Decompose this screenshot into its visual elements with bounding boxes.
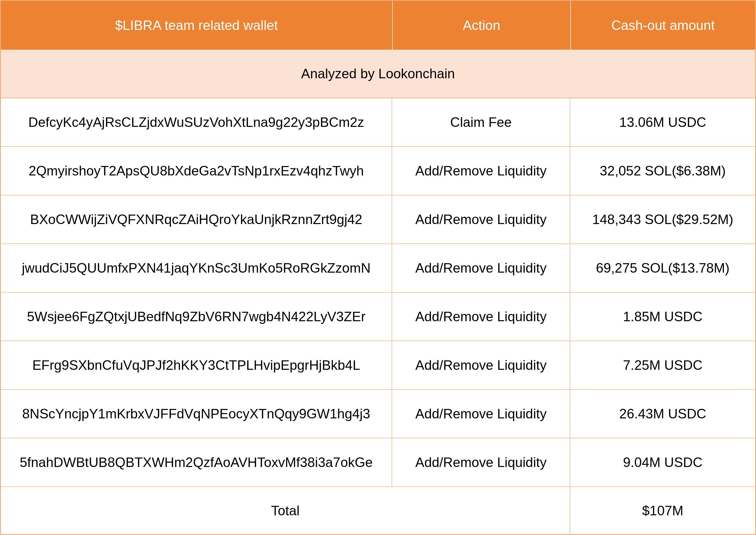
col-header-amount: Cash-out amount bbox=[570, 1, 755, 50]
action-cell: Add/Remove Liquidity bbox=[392, 195, 570, 244]
table-row: DefcyKc4yAjRsCLZjdxWuSUzVohXtLna9g22y3pB… bbox=[1, 98, 755, 147]
wallet-address-cell: 8NScYncjpY1mKrbxVJFFdVqNPEocyXTnQqy9GW1h… bbox=[1, 390, 392, 438]
amount-cell: 69,275 SOL($13.78M) bbox=[570, 244, 755, 293]
analyzed-by-banner: Analyzed by Lookonchain bbox=[1, 50, 755, 98]
table-row: 5fnahDWBtUB8QBTXWHm2QzfAoAVHToxvMf38i3a7… bbox=[1, 438, 755, 487]
wallet-address-cell: 5Wsjee6FgZQtxjUBedfNq9ZbV6RN7wgb4N422LyV… bbox=[1, 293, 392, 341]
table-header-row: $LIBRA team related wallet Action Cash-o… bbox=[1, 1, 755, 50]
wallet-address-cell: EFrg9SXbnCfuVqJPJf2hKKY3CtTPLHvipEpgrHjB… bbox=[1, 341, 392, 390]
wallet-address-cell: DefcyKc4yAjRsCLZjdxWuSUzVohXtLna9g22y3pB… bbox=[1, 98, 392, 147]
table-row: jwudCiJ5QUUmfxPXN41jaqYKnSc3UmKo5RoRGkZz… bbox=[1, 244, 755, 293]
wallet-address-cell: 5fnahDWBtUB8QBTXWHm2QzfAoAVHToxvMf38i3a7… bbox=[1, 438, 392, 487]
amount-cell: 32,052 SOL($6.38M) bbox=[570, 147, 755, 195]
amount-cell: 7.25M USDC bbox=[570, 341, 755, 390]
table-row: 8NScYncjpY1mKrbxVJFFdVqNPEocyXTnQqy9GW1h… bbox=[1, 390, 755, 438]
amount-cell: 148,343 SOL($29.52M) bbox=[570, 195, 755, 244]
table-row: BXoCWWijZiVQFXNRqcZAiHQroYkaUnjkRznnZrt9… bbox=[1, 195, 755, 244]
wallet-address-cell: BXoCWWijZiVQFXNRqcZAiHQroYkaUnjkRznnZrt9… bbox=[1, 195, 392, 244]
total-row: Total $107M bbox=[1, 487, 755, 534]
wallet-address-cell: jwudCiJ5QUUmfxPXN41jaqYKnSc3UmKo5RoRGkZz… bbox=[1, 244, 392, 293]
table-row: EFrg9SXbnCfuVqJPJf2hKKY3CtTPLHvipEpgrHjB… bbox=[1, 341, 755, 390]
amount-cell: 13.06M USDC bbox=[570, 98, 755, 147]
action-cell: Add/Remove Liquidity bbox=[392, 390, 570, 438]
action-cell: Add/Remove Liquidity bbox=[392, 341, 570, 390]
wallet-address-cell: 2QmyirshoyT2ApsQU8bXdeGa2vTsNp1rxEzv4qhz… bbox=[1, 147, 392, 195]
amount-cell: 26.43M USDC bbox=[570, 390, 755, 438]
total-label-cell: Total bbox=[1, 487, 570, 534]
action-cell: Claim Fee bbox=[392, 98, 570, 147]
action-cell: Add/Remove Liquidity bbox=[392, 147, 570, 195]
action-cell: Add/Remove Liquidity bbox=[392, 244, 570, 293]
col-header-action: Action bbox=[392, 1, 570, 50]
amount-cell: 1.85M USDC bbox=[570, 293, 755, 341]
amount-cell: 9.04M USDC bbox=[570, 438, 755, 487]
table-row: 2QmyirshoyT2ApsQU8bXdeGa2vTsNp1rxEzv4qhz… bbox=[1, 147, 755, 195]
action-cell: Add/Remove Liquidity bbox=[392, 293, 570, 341]
table-row: 5Wsjee6FgZQtxjUBedfNq9ZbV6RN7wgb4N422LyV… bbox=[1, 293, 755, 341]
cashout-table: $LIBRA team related wallet Action Cash-o… bbox=[0, 0, 756, 535]
col-header-wallet: $LIBRA team related wallet bbox=[1, 1, 392, 50]
action-cell: Add/Remove Liquidity bbox=[392, 438, 570, 487]
total-amount-cell: $107M bbox=[570, 487, 755, 534]
